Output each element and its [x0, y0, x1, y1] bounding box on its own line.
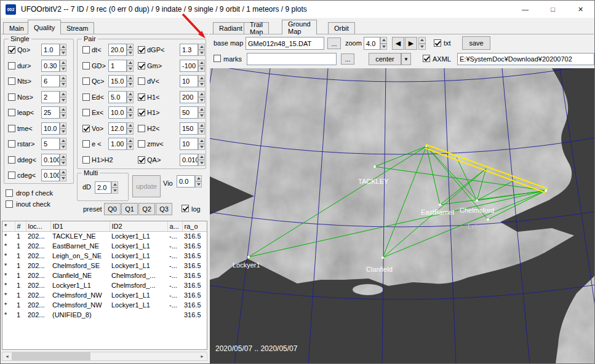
table-row[interactable]: *1202...TACKLEY_NELockyer1_L1-...316.5 — [2, 231, 207, 241]
h1gt-value[interactable]: 50 — [180, 106, 198, 119]
spin-up-button[interactable] — [60, 169, 66, 175]
table-row[interactable]: *1202...Chelmsford_NWLockyer1_L1-...316.… — [2, 290, 207, 300]
col-id1[interactable]: ID1 — [50, 221, 110, 231]
tab-main[interactable]: Main — [3, 22, 30, 34]
qa-checkbox[interactable] — [138, 156, 145, 164]
spin-up-button[interactable] — [60, 106, 66, 113]
ddeg-value[interactable]: 0.100 — [41, 154, 60, 166]
vo-value[interactable]: 12.0 — [108, 122, 127, 135]
spin-down-button[interactable] — [127, 113, 134, 119]
h1lt-value[interactable]: 200 — [180, 91, 198, 103]
tab-orbit[interactable]: Orbit — [328, 22, 355, 34]
spin-down-button[interactable] — [60, 175, 66, 181]
spin-down-button[interactable] — [127, 97, 134, 103]
axml-path-input[interactable] — [457, 53, 594, 65]
preset-q3-button[interactable]: Q3 — [156, 203, 172, 215]
spin-up-button[interactable] — [198, 154, 205, 160]
table-row[interactable]: *1202...(UNIFIED_8)316.5 — [2, 310, 207, 320]
vo-checkbox[interactable] — [82, 125, 90, 132]
dt-checkbox[interactable] — [82, 46, 90, 53]
spin-down-button[interactable] — [198, 97, 205, 103]
spin-down-button[interactable] — [60, 160, 66, 166]
spin-up-button[interactable] — [127, 75, 134, 81]
qo-checkbox[interactable] — [8, 46, 15, 53]
spin-down-button[interactable] — [198, 160, 205, 166]
dur-checkbox[interactable] — [8, 62, 15, 69]
qo-value[interactable]: 1.0 — [41, 44, 60, 56]
spin-down-button[interactable] — [198, 129, 205, 135]
txt-checkbox[interactable] — [434, 39, 441, 47]
maximize-button[interactable]: □ — [539, 1, 567, 18]
nos-value[interactable]: 2 — [41, 91, 60, 103]
spin-up-button[interactable] — [198, 106, 205, 113]
spin-up-button[interactable] — [380, 37, 387, 44]
spin-down-button[interactable] — [60, 50, 66, 56]
col-num[interactable]: # — [15, 221, 26, 231]
spin-up-button[interactable] — [195, 175, 202, 181]
dv-value[interactable]: 10 — [180, 75, 198, 87]
spin-down-button[interactable] — [127, 50, 134, 56]
tab-quality[interactable]: Quality — [28, 20, 61, 34]
spin-up-button[interactable] — [127, 138, 134, 144]
tab-ground-map[interactable]: Ground Map — [282, 20, 317, 34]
update-button[interactable]: update — [132, 175, 161, 197]
spin-down-button[interactable] — [111, 188, 118, 194]
base-map-input[interactable] — [246, 37, 324, 50]
h2-value[interactable]: 150 — [180, 122, 198, 135]
pan-right-button[interactable]: ▶ — [405, 37, 417, 50]
gd-checkbox[interactable] — [82, 62, 90, 69]
table-row[interactable]: *1202...EastBarnet_NELockyer1_L1-...316.… — [2, 241, 207, 251]
spin-up-button[interactable] — [198, 138, 205, 144]
center-dropdown-icon[interactable]: ▼ — [401, 53, 411, 65]
spin-up-button[interactable] — [127, 91, 134, 97]
minimize-button[interactable]: — — [511, 1, 539, 18]
table-row[interactable]: *1202...Chelmsford_SELockyer1_L1-...316.… — [2, 261, 207, 271]
leap-checkbox[interactable] — [8, 109, 15, 116]
center-button[interactable]: center — [369, 53, 401, 65]
spin-down-button[interactable] — [198, 113, 205, 119]
spin-up-button[interactable] — [127, 106, 134, 113]
qc-value[interactable]: 15.0 — [108, 75, 127, 87]
ed-checkbox[interactable] — [82, 93, 90, 101]
col-id2[interactable]: ID2 — [110, 221, 167, 231]
col-flag[interactable]: * — [2, 221, 15, 231]
h1lt-checkbox[interactable] — [138, 93, 145, 101]
spin-up-button[interactable] — [198, 91, 205, 97]
e-checkbox[interactable] — [82, 140, 90, 148]
spin-up-button[interactable] — [60, 60, 66, 66]
spin-down-button[interactable] — [60, 81, 66, 87]
scroll-left-icon[interactable]: ◄ — [2, 352, 12, 360]
zmv-value[interactable]: 10 — [180, 138, 198, 150]
spin-up-button[interactable] — [60, 122, 66, 129]
ex-checkbox[interactable] — [82, 109, 90, 116]
spin-down-button[interactable] — [60, 66, 66, 72]
ex-value[interactable]: 10.0 — [108, 106, 127, 119]
pan-down-button[interactable] — [418, 44, 426, 50]
zmv-checkbox[interactable] — [138, 140, 145, 148]
inout-checkbox[interactable] — [6, 200, 13, 208]
dv-checkbox[interactable] — [138, 77, 145, 85]
preset-q1-button[interactable]: Q1 — [121, 203, 138, 215]
pan-left-button[interactable]: ◀ — [392, 37, 404, 50]
spin-up-button[interactable] — [198, 122, 205, 129]
spin-down-button[interactable] — [60, 113, 66, 119]
table-hscrollbar[interactable]: ◄ ► — [2, 352, 207, 361]
spin-down-button[interactable] — [198, 50, 205, 56]
spin-up-button[interactable] — [60, 44, 66, 50]
gm-checkbox[interactable] — [138, 62, 145, 69]
save-button[interactable]: save — [462, 36, 490, 50]
spin-up-button[interactable] — [60, 91, 66, 97]
tme-checkbox[interactable] — [8, 125, 15, 132]
spin-up-button[interactable] — [198, 60, 205, 66]
gd-value[interactable]: 1 — [108, 60, 127, 72]
cdeg-checkbox[interactable] — [8, 172, 15, 179]
scrollbar-track[interactable] — [90, 352, 198, 360]
spin-up-button[interactable] — [127, 44, 134, 50]
dd-value[interactable]: 2.0 — [95, 181, 111, 194]
qc-checkbox[interactable] — [82, 77, 90, 85]
rstar-checkbox[interactable] — [8, 140, 15, 148]
h1h2-checkbox[interactable] — [82, 156, 90, 164]
cdeg-value[interactable]: 0.100 — [41, 169, 60, 181]
gm-value[interactable]: -100 — [180, 60, 198, 72]
nts-value[interactable]: 6 — [41, 75, 60, 87]
